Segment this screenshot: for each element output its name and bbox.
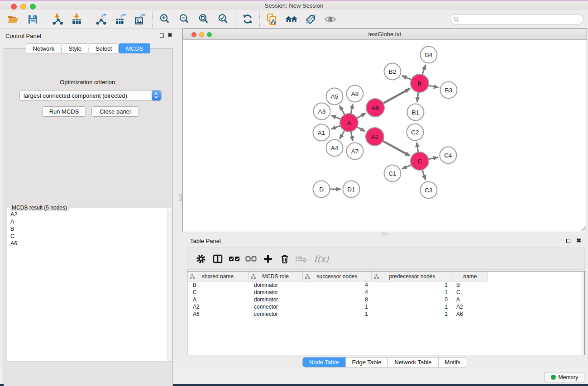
graph-node-A4[interactable]: A4 xyxy=(326,140,343,157)
table-cell[interactable]: A2 xyxy=(453,303,488,310)
graph-node-A3[interactable]: A3 xyxy=(314,103,330,120)
table-row[interactable]: Adominator80A xyxy=(187,296,584,303)
close-panel-icon[interactable]: ✖ xyxy=(576,237,581,244)
column-header-predecessor-nodes[interactable]: predecessor nodes xyxy=(372,272,453,281)
criterion-dropdown[interactable]: largest connected component (directed) xyxy=(19,90,162,101)
new-network-from-selection-button[interactable] xyxy=(262,10,282,28)
search-field[interactable] xyxy=(450,14,583,24)
graph-node-C2[interactable]: C2 xyxy=(407,124,424,141)
tab-mcds[interactable]: MCDS xyxy=(119,43,150,53)
table-cell[interactable]: dominator xyxy=(249,281,303,289)
search-input[interactable] xyxy=(461,16,583,23)
graph-node-A1[interactable]: A1 xyxy=(313,124,330,141)
float-panel-icon[interactable] xyxy=(160,33,164,38)
float-panel-icon[interactable] xyxy=(566,239,570,243)
export-network-button[interactable] xyxy=(91,10,111,28)
graph-node-B4[interactable]: B4 xyxy=(421,47,437,63)
table-row[interactable]: Bdominator41B xyxy=(187,281,584,289)
tab-node-table[interactable]: Node Table xyxy=(303,357,346,367)
table-scrollbar[interactable] xyxy=(581,272,584,355)
tab-select[interactable]: Select xyxy=(89,43,119,53)
window-resize-grip[interactable] xyxy=(579,224,586,231)
table-cell[interactable]: A6 xyxy=(187,310,249,318)
tab-network[interactable]: Network xyxy=(26,43,61,53)
column-header-name[interactable]: name xyxy=(453,272,488,281)
graph-edge-A-A5[interactable] xyxy=(339,106,345,116)
graph-edge-C-C3[interactable] xyxy=(422,169,425,180)
table-cell[interactable]: 4 xyxy=(303,281,372,289)
table-row[interactable]: A6connector11A6 xyxy=(187,310,584,318)
tab-network-table[interactable]: Network Table xyxy=(388,357,438,367)
table-cell[interactable]: A6 xyxy=(453,310,488,318)
table-cell[interactable]: 1 xyxy=(372,310,453,318)
delete-table-button[interactable] xyxy=(293,250,310,268)
table-cell[interactable]: 1 xyxy=(372,289,453,296)
graph-node-A5[interactable]: A5 xyxy=(326,88,343,105)
graph-edge-A-A1[interactable] xyxy=(331,125,341,129)
graph-edge-B-B2[interactable] xyxy=(402,76,412,80)
graph-node-B1[interactable]: B1 xyxy=(407,104,424,121)
tab-motifs[interactable]: Motifs xyxy=(439,357,467,367)
table-cell[interactable]: 1 xyxy=(303,310,372,318)
zoom-in-button[interactable] xyxy=(155,10,174,28)
import-table-button[interactable] xyxy=(67,10,86,28)
delete-columns-button[interactable] xyxy=(276,250,293,268)
table-cell[interactable]: 1 xyxy=(372,281,453,289)
graph-node-C3[interactable]: C3 xyxy=(421,182,437,199)
graph-edge-C-C4[interactable] xyxy=(428,157,438,160)
graph-node-B[interactable]: B xyxy=(411,74,429,92)
graph-edge-A-A3[interactable] xyxy=(332,115,342,119)
export-image-button[interactable] xyxy=(130,10,150,28)
graph-node-D[interactable]: D xyxy=(313,181,330,198)
table-row[interactable]: A2connector11A2 xyxy=(187,303,584,310)
graph-node-C1[interactable]: C1 xyxy=(384,165,401,182)
refresh-view-button[interactable] xyxy=(238,10,257,28)
mcds-result-item[interactable]: A2 xyxy=(10,211,167,218)
graph-node-A8[interactable]: A8 xyxy=(347,86,363,102)
table-cell[interactable]: 1 xyxy=(372,303,453,310)
add-column-button[interactable] xyxy=(259,250,276,268)
graph-node-C[interactable]: C xyxy=(411,152,429,170)
zoom-selected-button[interactable] xyxy=(213,10,233,28)
split-table-button[interactable] xyxy=(209,250,226,268)
import-network-button[interactable] xyxy=(48,10,67,28)
graph-node-B3[interactable]: B3 xyxy=(440,82,457,99)
table-cell[interactable]: C xyxy=(453,289,488,296)
graph-edge-C-C1[interactable] xyxy=(402,164,412,169)
graph-node-C4[interactable]: C4 xyxy=(440,147,457,164)
select-all-columns-button[interactable] xyxy=(226,250,243,268)
first-neighbors-button[interactable] xyxy=(282,10,301,28)
table-cell[interactable]: A xyxy=(187,296,249,303)
unselect-all-columns-button[interactable] xyxy=(243,250,259,268)
export-table-button[interactable] xyxy=(111,10,130,28)
fit-content-button[interactable] xyxy=(194,10,213,28)
table-cell[interactable]: 1 xyxy=(303,303,372,310)
table-cell[interactable]: 8 xyxy=(303,296,372,303)
graph-edge-A6-B[interactable] xyxy=(382,89,410,104)
open-session-button[interactable] xyxy=(4,10,23,28)
table-cell[interactable]: dominator xyxy=(249,296,303,303)
table-cell[interactable]: 4 xyxy=(303,289,372,296)
table-cell[interactable]: B xyxy=(453,281,488,289)
save-session-button[interactable] xyxy=(23,10,43,28)
mcds-result-item[interactable]: A6 xyxy=(10,240,167,247)
function-builder-button[interactable]: f(x) xyxy=(310,250,333,268)
graph-edge-A-A2[interactable] xyxy=(356,127,365,131)
graph-edge-C-C2[interactable] xyxy=(417,143,419,153)
graph-node-D1[interactable]: D1 xyxy=(343,181,360,198)
graph-edge-A-A8[interactable] xyxy=(351,104,353,114)
tab-style[interactable]: Style xyxy=(62,43,88,53)
table-settings-button[interactable] xyxy=(192,250,209,268)
graph-edge-B-B1[interactable] xyxy=(417,91,418,102)
network-canvas[interactable]: B4B2BB3A5A8A6A3B1AA1C2A2A4A7C4CC1C3DD1 xyxy=(183,40,587,232)
close-panel-button[interactable]: Close panel xyxy=(91,106,139,117)
graph-node-A7[interactable]: A7 xyxy=(347,143,363,160)
memory-button[interactable]: Memory xyxy=(545,372,584,382)
mcds-result-item[interactable]: C xyxy=(10,233,167,240)
graph-edge-A-A4[interactable] xyxy=(340,130,345,139)
graph-edge-A-A6[interactable] xyxy=(356,113,366,119)
graph-node-A6[interactable]: A6 xyxy=(366,99,384,117)
run-mcds-button[interactable]: Run MCDS xyxy=(42,106,86,117)
table-row[interactable]: Cdominator41C xyxy=(187,289,584,296)
column-header-shared-name[interactable]: shared name xyxy=(187,272,249,281)
